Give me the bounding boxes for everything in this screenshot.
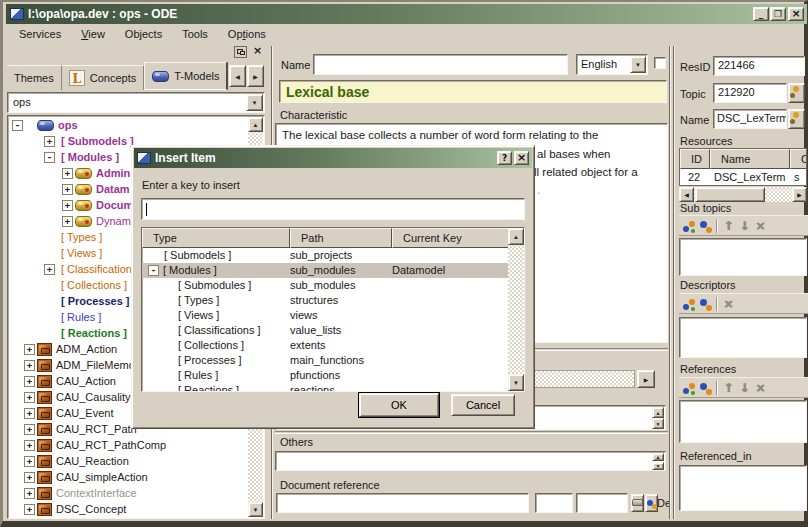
scroll-right-icon[interactable]: ▶ — [637, 370, 655, 388]
dialog-scrollbar[interactable] — [508, 228, 524, 391]
doc-ref-input-1[interactable] — [276, 493, 529, 513]
ok-button[interactable]: OK — [359, 393, 439, 417]
node-add-button[interactable] — [681, 296, 697, 312]
tree-item-ops[interactable]: -ops — [8, 117, 248, 133]
scroll-thumb[interactable] — [695, 187, 765, 202]
expander-icon[interactable]: + — [24, 424, 35, 435]
expander-icon[interactable]: - — [12, 120, 23, 131]
close-icon[interactable]: × — [788, 7, 804, 21]
title-bar[interactable]: I:\opa\opa.dev : ops - ODE _ ❐ × — [6, 4, 807, 24]
menu-options[interactable]: Options — [225, 27, 269, 41]
move-up-button[interactable]: ↑ — [720, 380, 736, 396]
scroll-up-icon[interactable]: ▲ — [508, 228, 524, 245]
expander-icon[interactable]: + — [24, 344, 35, 355]
col-type[interactable]: Type — [142, 228, 290, 248]
referenced-in-list[interactable] — [679, 465, 807, 511]
chevron-down-icon[interactable]: ▼ — [630, 56, 646, 73]
descriptors-list[interactable] — [679, 317, 807, 358]
tab-scroll-right-icon[interactable]: ▶ — [247, 65, 264, 87]
expander-icon[interactable]: + — [24, 456, 35, 467]
tab-themes[interactable]: Themes — [7, 65, 62, 90]
tree-item-cau-rct-pathcomp[interactable]: +CAU_RCT_PathComp — [8, 437, 248, 453]
col-current-key[interactable]: Current Key — [392, 228, 509, 248]
scroll-left-icon[interactable]: ◀ — [679, 187, 694, 202]
expander-icon[interactable]: + — [24, 392, 35, 403]
expander-icon[interactable]: - — [44, 152, 55, 163]
expander-icon[interactable]: + — [24, 504, 35, 515]
move-down-button[interactable]: ↓ — [736, 380, 752, 396]
rp-name-input[interactable]: DSC_LexTerm — [713, 109, 787, 129]
dock-close-icon[interactable]: × — [251, 45, 264, 58]
menu-tools[interactable]: Tools — [179, 27, 211, 41]
menu-objects[interactable]: Objects — [122, 27, 165, 41]
expander-icon[interactable]: + — [24, 440, 35, 451]
col-id[interactable]: ID — [680, 149, 710, 169]
language-checkbox[interactable] — [654, 57, 666, 69]
expander-icon[interactable]: + — [24, 376, 35, 387]
scope-combo[interactable]: ops ▼ — [7, 92, 265, 113]
dialog-row--collections-[interactable]: [ Collections ]extents — [142, 338, 509, 353]
dialog-row--submodules-[interactable]: [ Submodules ]sub_modules — [142, 278, 509, 293]
node-add-button[interactable] — [681, 218, 697, 234]
name-input[interactable] — [313, 54, 568, 75]
expander-icon[interactable]: + — [62, 168, 73, 179]
tab-concepts[interactable]: LConcepts — [62, 65, 144, 90]
expander-icon[interactable]: + — [24, 408, 35, 419]
dialog-row--classifications-[interactable]: [ Classifications ]value_lists — [142, 323, 509, 338]
expander-icon[interactable]: + — [44, 264, 55, 275]
tab-scroll-left-icon[interactable]: ◀ — [229, 65, 246, 87]
key-input[interactable] — [141, 198, 525, 220]
delete-button[interactable]: × — [752, 380, 768, 396]
menu-view[interactable]: View — [78, 27, 108, 41]
expander-icon[interactable]: + — [44, 136, 55, 147]
expander-icon[interactable]: + — [62, 184, 73, 195]
dialog-list[interactable]: Type Path Current Key [ Submodels ]sub_p… — [141, 227, 525, 392]
dialog-row--reactions-[interactable]: [ Reactions ]reactions — [142, 383, 509, 392]
node-link-button[interactable] — [697, 218, 713, 234]
tree-item-cau-reaction[interactable]: +CAU_Reaction — [8, 453, 248, 469]
delete-button[interactable]: × — [720, 296, 736, 312]
topic-lookup-button[interactable] — [788, 83, 805, 103]
tree-item-contextinterface[interactable]: +ContextInterface — [8, 485, 248, 501]
resid-input[interactable]: 221466 — [713, 56, 805, 76]
dialog-row--processes-[interactable]: [ Processes ]main_functions — [142, 353, 509, 368]
help-icon[interactable]: ? — [497, 151, 512, 165]
maximize-icon[interactable]: ❐ — [770, 7, 786, 21]
dialog-row--rules-[interactable]: [ Rules ]pfunctions — [142, 368, 509, 383]
doc-ref-open-button[interactable] — [631, 494, 644, 512]
topic-input[interactable]: 212920 — [713, 83, 787, 103]
expander-icon[interactable]: + — [62, 200, 73, 211]
scroll-up-icon[interactable]: ▲ — [248, 117, 263, 132]
col-path[interactable]: Path — [290, 228, 392, 248]
subtopics-list[interactable] — [679, 238, 807, 276]
scroll-down-icon[interactable]: ▼ — [248, 502, 263, 517]
spin-down-icon[interactable]: ▼ — [652, 418, 664, 429]
cancel-button[interactable]: Cancel — [451, 394, 515, 416]
resources-table[interactable]: ID Name C 22 DSC_LexTerm s — [679, 148, 807, 186]
spin-up-icon[interactable]: ▲ — [652, 407, 664, 418]
menu-services[interactable]: Services — [16, 27, 64, 41]
name-lookup-button[interactable] — [788, 109, 805, 129]
dialog-row--types-[interactable]: [ Types ]structures — [142, 293, 509, 308]
close-icon[interactable]: × — [514, 151, 529, 165]
dialog-row--modules-[interactable]: -[ Modules ]sub_modulesDatamodel — [142, 263, 509, 278]
dock-float-icon[interactable] — [234, 46, 247, 58]
tree-item-dsc-concept[interactable]: +DSC_Concept — [8, 501, 248, 517]
expander-icon[interactable]: + — [24, 488, 35, 499]
delete-button[interactable]: × — [752, 218, 768, 234]
tab-t-models[interactable]: T-Models — [144, 62, 227, 90]
references-list[interactable] — [679, 400, 807, 443]
spin-up-icon[interactable]: ▲ — [652, 453, 664, 461]
dialog-row--views-[interactable]: [ Views ]views — [142, 308, 509, 323]
expander-icon[interactable]: + — [24, 360, 35, 371]
move-up-button[interactable]: ↑ — [720, 218, 736, 234]
doc-ref-input-3[interactable] — [576, 493, 628, 513]
others-input[interactable]: ▲ ▼ — [275, 451, 666, 471]
move-down-button[interactable]: ↓ — [736, 218, 752, 234]
col-name[interactable]: Name — [710, 149, 790, 169]
expander-icon[interactable]: - — [148, 265, 159, 276]
expander-icon[interactable]: + — [24, 472, 35, 483]
spin-down-icon[interactable]: ▼ — [652, 462, 664, 470]
dialog-row--submodels-[interactable]: [ Submodels ]sub_projects — [142, 248, 509, 263]
node-link-button[interactable] — [697, 296, 713, 312]
